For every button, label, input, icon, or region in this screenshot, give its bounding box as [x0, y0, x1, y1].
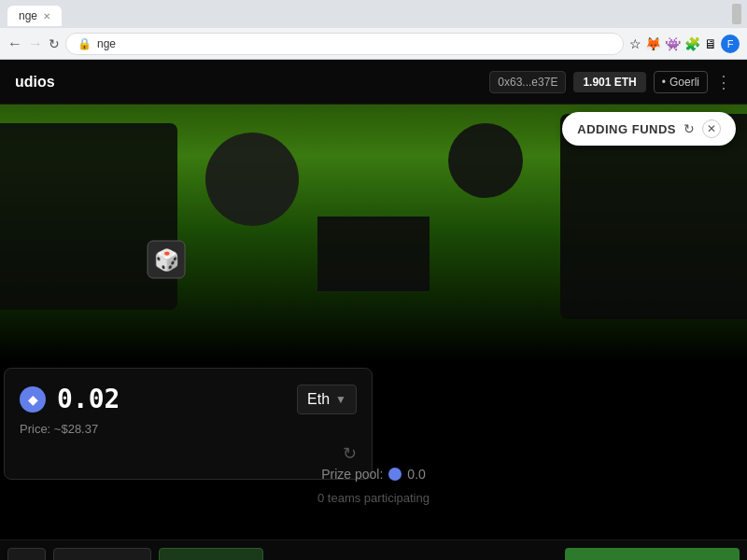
- app: udios 0x63...e37E 1.901 ETH • Goerli ⋮ A…: [0, 60, 747, 560]
- eth-balance: 1.901 ETH: [573, 72, 645, 92]
- prize-pool-label: Prize pool:: [321, 467, 383, 482]
- browser-tab[interactable]: nge ✕: [7, 6, 62, 26]
- adding-funds-close[interactable]: ✕: [702, 119, 721, 138]
- price-label: Price: ~$28.37: [20, 422, 357, 436]
- browser-icons: ☆ 🦊 👾 🧩 🖥 F: [629, 35, 740, 53]
- amount-input[interactable]: [57, 384, 188, 414]
- bg-circle-1: [205, 133, 299, 226]
- forward-button[interactable]: →: [28, 35, 43, 52]
- adding-funds-banner: ADDING FUNDS ↻ ✕: [562, 112, 736, 146]
- browser-chrome: nge ✕ ← → ↻ 🔒 nge ☆ 🦊 👾 🧩 🖥 F: [0, 0, 747, 60]
- fund-card: ◆ Eth ▼ Price: ~$28.37 ↻: [4, 368, 373, 480]
- details-button[interactable]: s: [7, 548, 46, 561]
- adding-funds-spinner: ↻: [684, 121, 695, 136]
- avatar[interactable]: F: [721, 35, 740, 53]
- game-cube-icon: 🎲: [142, 235, 190, 284]
- scrollbar-area: [732, 4, 741, 24]
- reload-button[interactable]: ↻: [49, 36, 60, 51]
- bottom-buttons: s Add judges Enter a team Submit Challen…: [0, 539, 747, 560]
- adding-funds-text: ADDING FUNDS: [577, 122, 676, 136]
- eth-icon: ◆: [20, 386, 46, 413]
- metamask-icon[interactable]: 🦊: [645, 36, 661, 51]
- bookmark-icon[interactable]: ☆: [629, 36, 641, 51]
- network-dot: •: [662, 76, 666, 89]
- teams-count: 0 teams participating: [0, 491, 747, 505]
- wallet-address[interactable]: 0x63...e37E: [489, 71, 566, 93]
- network-badge[interactable]: • Goerli: [654, 71, 708, 93]
- address-bar[interactable]: 🔒 nge: [65, 33, 624, 55]
- back-button[interactable]: ←: [7, 35, 22, 52]
- loading-spinner-row: ↻: [20, 443, 357, 464]
- bg-circle-2: [448, 123, 523, 198]
- svg-text:🎲: 🎲: [154, 247, 180, 273]
- browser-toolbar: ← → ↻ 🔒 nge ☆ 🦊 👾 🧩 🖥 F: [0, 28, 747, 60]
- header-right: 0x63...e37E 1.901 ETH • Goerli ⋮: [489, 71, 732, 93]
- app-title: udios: [15, 74, 55, 91]
- header-menu-icon[interactable]: ⋮: [715, 72, 732, 92]
- lock-icon: 🔒: [78, 37, 92, 50]
- eth-tiny-icon: [388, 468, 402, 481]
- fund-card-row: ◆ Eth ▼: [20, 384, 357, 414]
- puzzle-icon[interactable]: 🧩: [684, 36, 700, 51]
- prize-pool-row: Prize pool: 0.0: [0, 467, 747, 482]
- alien-icon[interactable]: 👾: [665, 36, 681, 51]
- prize-pool-value: 0.0: [407, 467, 425, 482]
- currency-dropdown[interactable]: Eth ▼: [297, 385, 357, 414]
- enter-team-button[interactable]: Enter a team: [159, 548, 263, 561]
- tab-title: nge: [19, 9, 37, 22]
- loading-spinner-icon: ↻: [343, 443, 357, 464]
- desktop-icon[interactable]: 🖥: [704, 36, 717, 51]
- url-text: nge: [97, 37, 116, 50]
- bg-rect-1: [317, 217, 430, 291]
- tab-close[interactable]: ✕: [43, 11, 50, 21]
- network-name: Goerli: [669, 76, 699, 89]
- add-judges-button[interactable]: Add judges: [53, 548, 151, 561]
- currency-label: Eth: [307, 391, 330, 408]
- app-header: udios 0x63...e37E 1.901 ETH • Goerli ⋮: [0, 60, 747, 105]
- dropdown-arrow-icon: ▼: [335, 393, 346, 406]
- teams-count-label: 0 teams participating: [317, 491, 430, 505]
- submit-button[interactable]: Submit Challenge Entry: [565, 548, 740, 561]
